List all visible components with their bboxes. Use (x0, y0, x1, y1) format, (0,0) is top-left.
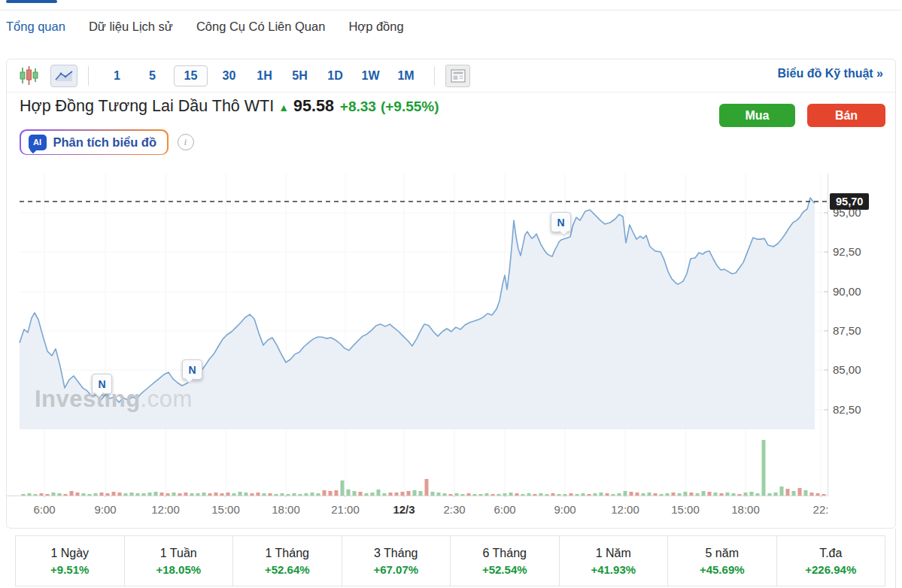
news-marker[interactable]: N (92, 374, 112, 394)
timeframe-1W[interactable]: 1W (357, 65, 384, 86)
ai-analysis-button[interactable]: AI Phân tích biểu đồ (20, 129, 169, 155)
section-tabs: Tổng quanDữ liệu Lịch sửCông Cụ Có Liên … (6, 18, 404, 35)
instrument-change: +8.33 (340, 99, 376, 115)
divider (0, 10, 902, 11)
x-axis-tick: 12:00 (144, 503, 187, 516)
technical-chart-link[interactable]: Biểu đồ Kỹ thuật » (778, 67, 883, 80)
performance-cell-3: 3 Tháng+67.07% (342, 536, 451, 586)
tab-3[interactable]: Hợp đồng (348, 18, 403, 35)
price-chart[interactable]: Investing.com 95,70 95,0092,5090,0087,50… (7, 174, 897, 529)
instrument-name: Hợp Đồng Tương Lai Dầu Thô WTI (20, 97, 274, 116)
x-axis-tick: 22: (800, 503, 842, 516)
instrument-price: 95.58 (293, 97, 334, 116)
y-axis-tick: 90,00 (833, 285, 881, 298)
performance-period: 6 Tháng (483, 547, 527, 560)
ai-analysis-row: AI Phân tích biểu đồ i (20, 129, 194, 155)
performance-value: +18.05% (156, 563, 201, 576)
performance-value: +52.64% (265, 563, 310, 576)
page: Tổng quanDữ liệu Lịch sửCông Cụ Có Liên … (0, 0, 902, 588)
chart-widget: 1515301H5H1D1W1M Biểu đồ Kỹ thuật » Hợp … (6, 59, 896, 529)
performance-table: 1 Ngày+9.51%1 Tuần+18.05%1 Tháng+52.64%3… (15, 535, 885, 586)
y-axis-tick: 85,00 (833, 363, 881, 376)
tab-0[interactable]: Tổng quan (6, 18, 65, 35)
performance-period: 3 Tháng (374, 547, 418, 560)
buy-button[interactable]: Mua (719, 104, 795, 127)
x-axis-tick: 9:00 (84, 503, 126, 516)
timeframe-5H[interactable]: 5H (286, 65, 314, 86)
performance-period: 1 Tháng (266, 547, 309, 560)
x-axis-tick: 21:00 (324, 503, 366, 516)
performance-value: +45.69% (700, 563, 745, 576)
performance-cell-4: 6 Tháng+52.54% (451, 536, 560, 586)
chart-canvas[interactable] (7, 174, 828, 497)
news-marker[interactable]: N (551, 212, 571, 232)
chart-toolbar: 1515301H5H1D1W1M Biểu đồ Kỹ thuật » (7, 59, 895, 92)
tab-1[interactable]: Dữ liệu Lịch sử (89, 18, 173, 35)
divider (434, 66, 435, 86)
x-axis-tick: 6:00 (23, 503, 65, 516)
timeframe-1M[interactable]: 1M (392, 65, 420, 86)
performance-period: 1 Năm (596, 547, 631, 560)
timeframe-15[interactable]: 15 (174, 65, 208, 86)
x-axis-tick: 12/3 (383, 503, 425, 516)
timeframe-1[interactable]: 1 (103, 65, 131, 86)
divider (88, 66, 89, 86)
performance-cell-0: 1 Ngày+9.51% (16, 536, 125, 586)
y-axis-tick: 95,00 (833, 206, 881, 219)
performance-period: 5 năm (706, 547, 739, 560)
sell-button[interactable]: Bán (807, 104, 885, 127)
x-axis-tick: 18:00 (724, 503, 767, 516)
y-axis-tick: 82,50 (833, 403, 881, 416)
performance-cell-5: 1 Năm+41.93% (560, 536, 669, 586)
performance-cell-2: 1 Tháng+52.64% (233, 536, 342, 586)
ai-analysis-label: Phân tích biểu đồ (53, 135, 157, 150)
info-icon[interactable]: i (178, 134, 194, 150)
active-tab-indicator (6, 0, 57, 3)
performance-value: +41.93% (591, 563, 636, 576)
performance-value: +9.51% (50, 563, 89, 576)
tab-2[interactable]: Công Cụ Có Liên Quan (196, 18, 326, 35)
instrument-header: Hợp Đồng Tương Lai Dầu Thô WTI ▲ 95.58 +… (20, 97, 444, 116)
instrument-change-percent: (+9.55%) (381, 99, 439, 115)
x-axis-tick: 6:00 (484, 503, 526, 516)
timeframe-1H[interactable]: 1H (251, 65, 278, 86)
timeframe-1D[interactable]: 1D (321, 65, 349, 86)
line-chart-icon[interactable] (50, 65, 77, 87)
x-axis-tick: 9:00 (544, 503, 586, 516)
timeframe-30[interactable]: 30 (215, 65, 243, 86)
y-axis-tick: 87,50 (833, 324, 881, 337)
performance-value: +52.54% (482, 563, 527, 576)
x-axis-tick: 18:00 (265, 503, 307, 516)
performance-cell-1: 1 Tuần+18.05% (125, 536, 234, 586)
performance-cell-7: T.đa+226.94% (777, 536, 885, 586)
performance-period: 1 Tuần (160, 547, 197, 560)
y-axis-tick: 92,50 (833, 245, 881, 258)
performance-value: +67.07% (373, 563, 418, 576)
candlestick-chart-icon[interactable] (20, 66, 38, 85)
performance-cell-6: 5 năm+45.69% (668, 536, 777, 586)
divider (895, 529, 896, 588)
ai-icon: AI (29, 135, 47, 150)
timeframe-group: 1515301H5H1D1W1M (99, 65, 424, 86)
x-axis-tick: 2:30 (433, 503, 475, 516)
news-marker[interactable]: N (182, 359, 202, 380)
performance-period: T.đa (819, 547, 842, 560)
news-panel-icon[interactable] (445, 65, 470, 87)
up-arrow-icon: ▲ (278, 102, 289, 114)
timeframe-5[interactable]: 5 (138, 65, 166, 86)
x-axis-tick: 12:00 (604, 503, 646, 516)
performance-value: +226.94% (805, 563, 856, 576)
x-axis-tick: 15:00 (205, 503, 247, 516)
performance-period: 1 Ngày (50, 547, 89, 560)
x-axis-tick: 15:00 (664, 503, 706, 516)
